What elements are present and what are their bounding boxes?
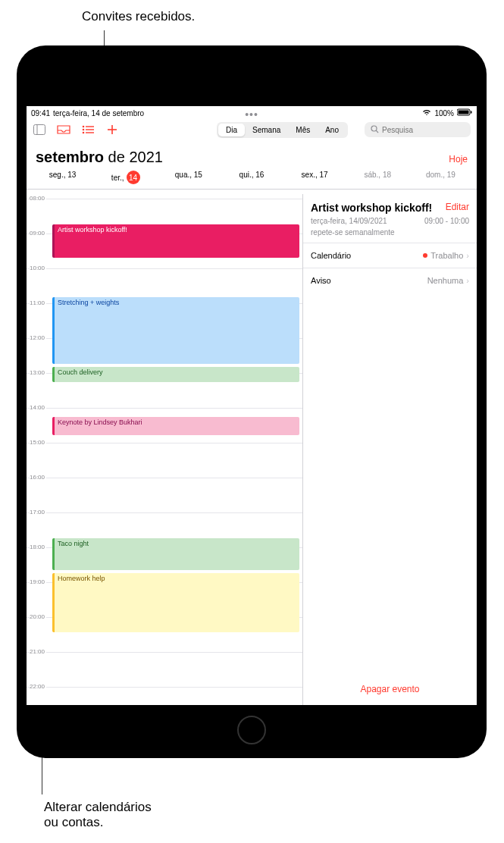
event-date: terça-feira, 14/09/2021 <box>311 217 387 225</box>
svg-point-9 <box>83 132 85 134</box>
hour-gridline: 08:00 <box>27 199 302 199</box>
main-area: 08:0009:0010:0011:0012:0013:0014:0015:00… <box>27 194 477 705</box>
week-day[interactable]: dom., 19 <box>409 171 472 184</box>
battery-percent: 100% <box>434 109 454 118</box>
view-segmented-control: Dia Semana Mês Ano <box>217 122 348 138</box>
hour-label: 11:00 <box>30 299 46 306</box>
hour-gridline: 10:00 <box>27 268 302 269</box>
hour-gridline: 15:00 <box>27 443 302 443</box>
hour-label: 18:00 <box>30 544 46 550</box>
week-day[interactable]: qua., 15 <box>157 171 220 184</box>
calendar-label: Calendário <box>311 251 351 260</box>
svg-rect-10 <box>86 132 94 133</box>
inbox-icon[interactable] <box>57 123 70 136</box>
hour-label: 09:00 <box>30 230 46 237</box>
hour-label: 14:00 <box>30 404 46 411</box>
hour-label: 10:00 <box>30 265 46 271</box>
hour-label: 21:00 <box>30 648 46 655</box>
week-day[interactable]: sáb., 18 <box>346 171 409 184</box>
hour-gridline: 14:00 <box>27 408 302 409</box>
hour-label: 20:00 <box>30 613 46 620</box>
status-time: 09:41 <box>31 109 50 118</box>
week-day[interactable]: seg., 13 <box>31 171 94 184</box>
svg-rect-6 <box>86 126 94 127</box>
alert-value: Nenhuma <box>427 276 464 285</box>
month-title: setembro de 2021 <box>36 149 163 166</box>
segment-week[interactable]: Semana <box>245 124 288 136</box>
delete-event-button[interactable]: Apagar evento <box>303 684 477 694</box>
alert-row[interactable]: Aviso Nenhuma › <box>303 268 477 293</box>
chevron-right-icon: › <box>466 251 469 260</box>
svg-point-13 <box>371 126 377 131</box>
calendar-row[interactable]: Calendário Trabalho › <box>303 243 477 268</box>
svg-point-5 <box>83 126 85 128</box>
toolbar: Dia Semana Mês Ano <box>27 118 477 141</box>
week-day[interactable]: sex., 17 <box>283 171 346 184</box>
week-day-strip: seg., 13ter., 14qua., 15qui., 16sex., 17… <box>27 171 477 190</box>
event-repeat: repete-se semanalmente <box>311 228 395 237</box>
hour-label: 19:00 <box>30 578 46 585</box>
edit-button[interactable]: Editar <box>446 202 469 212</box>
search-icon <box>371 125 379 135</box>
calendar-event[interactable]: Homework help <box>52 573 299 632</box>
segment-day[interactable]: Dia <box>218 124 245 136</box>
status-date: terça-feira, 14 de setembro <box>53 109 144 118</box>
today-button[interactable]: Hoje <box>449 154 468 165</box>
svg-rect-2 <box>471 111 472 114</box>
hour-gridline: 21:00 <box>27 652 302 653</box>
sidebar-toggle-icon[interactable] <box>33 123 46 136</box>
alert-label: Aviso <box>311 276 331 285</box>
segment-year[interactable]: Ano <box>318 124 346 136</box>
list-icon[interactable] <box>81 123 95 136</box>
svg-rect-3 <box>34 125 45 135</box>
add-icon[interactable] <box>105 123 119 136</box>
hour-gridline: 22:00 <box>27 687 302 688</box>
week-day[interactable]: ter., 14 <box>94 171 157 184</box>
annotation-callout: Convites recebidos. <box>82 9 195 24</box>
calendar-event[interactable]: Couch delivery <box>52 367 299 382</box>
multitask-indicator[interactable]: ••• <box>245 108 258 121</box>
annotation-callout: Alterar calendários ou contas. <box>44 800 152 830</box>
wifi-icon <box>422 108 431 118</box>
calendar-event[interactable]: Taco night <box>52 538 299 570</box>
segment-month[interactable]: Mês <box>288 124 318 136</box>
week-day[interactable]: qui., 16 <box>220 171 283 184</box>
svg-rect-1 <box>459 111 469 114</box>
month-header: setembro de 2021 Hoje <box>27 141 477 171</box>
hour-label: 16:00 <box>30 474 46 481</box>
battery-icon <box>457 108 472 118</box>
event-detail-panel: Artist workshop kickoff! Editar terça-fe… <box>302 194 477 705</box>
calendar-event[interactable]: Stretching + weights <box>52 297 299 364</box>
hour-gridline: 17:00 <box>27 512 302 513</box>
hour-label: 08:00 <box>30 195 46 202</box>
home-button[interactable] <box>237 716 266 744</box>
hour-label: 15:00 <box>30 439 46 446</box>
timeline[interactable]: 08:0009:0010:0011:0012:0013:0014:0015:00… <box>27 194 302 705</box>
hour-label: 13:00 <box>30 369 46 376</box>
search-field[interactable] <box>365 122 471 137</box>
svg-rect-8 <box>86 129 94 130</box>
hour-label: 12:00 <box>30 334 46 341</box>
event-time: 09:00 - 10:00 <box>424 217 469 225</box>
chevron-right-icon: › <box>466 276 469 285</box>
event-title: Artist workshop kickoff! <box>311 202 432 214</box>
calendar-event[interactable]: Keynote by Lindsey Bukhari <box>52 417 299 435</box>
svg-line-14 <box>376 130 378 133</box>
status-bar: 09:41 terça-feira, 14 de setembro ••• 10… <box>27 106 477 118</box>
calendar-value: Trabalho <box>430 251 463 260</box>
calendar-event[interactable]: Artist workshop kickoff! <box>52 224 299 258</box>
search-input[interactable] <box>382 126 477 134</box>
calendar-color-dot <box>423 253 427 258</box>
screen: 09:41 terça-feira, 14 de setembro ••• 10… <box>27 106 477 705</box>
ipad-frame: 09:41 terça-feira, 14 de setembro ••• 10… <box>17 45 487 758</box>
hour-label: 22:00 <box>30 683 46 690</box>
hour-gridline: 16:00 <box>27 478 302 478</box>
svg-point-7 <box>83 129 85 131</box>
hour-label: 17:00 <box>30 509 46 516</box>
